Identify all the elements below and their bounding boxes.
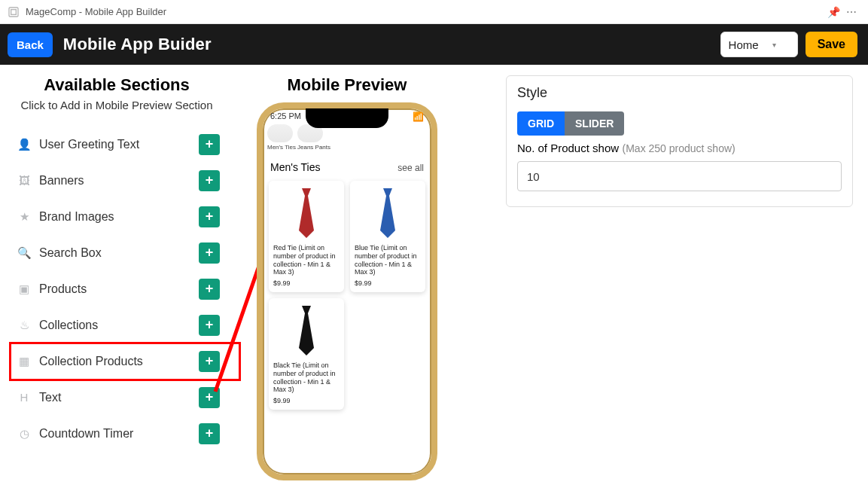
add-button[interactable]: + bbox=[199, 279, 220, 300]
section-label: Banners bbox=[35, 174, 199, 188]
section-item-search-box: 🔍 Search Box + bbox=[8, 235, 226, 271]
tab-label: Men's Ties bbox=[267, 144, 294, 151]
section-label: Countdown Timer bbox=[35, 427, 199, 441]
product-count-input[interactable] bbox=[517, 161, 842, 191]
product-grid: Red Tie (Limit on number of product in c… bbox=[263, 178, 431, 413]
field-hint: (Max 250 product show) bbox=[623, 142, 736, 154]
app-title: MageComp - Mobile App Builder bbox=[26, 6, 824, 17]
preview-tab[interactable]: Men's Ties bbox=[267, 124, 294, 151]
svg-rect-0 bbox=[9, 8, 18, 17]
save-button[interactable]: Save bbox=[806, 32, 857, 57]
section-label: User Greeting Text bbox=[35, 138, 199, 151]
available-sections-panel: Available Sections Click to Add in Mobil… bbox=[8, 75, 226, 488]
product-image bbox=[273, 303, 340, 358]
sidebar-heading: Available Sections bbox=[8, 75, 226, 95]
product-name: Red Tie (Limit on number of product in c… bbox=[273, 244, 340, 276]
add-button[interactable]: + bbox=[199, 206, 220, 227]
wifi-icon: 📶 bbox=[413, 111, 424, 122]
section-label: Text bbox=[35, 391, 199, 404]
image-icon: 🖼 bbox=[14, 174, 35, 187]
section-label: Products bbox=[35, 282, 199, 296]
tab-label: Jeans Pants bbox=[297, 144, 324, 151]
add-button[interactable]: + bbox=[199, 134, 220, 155]
section-item-collections: ♨ Collections + bbox=[8, 307, 226, 343]
add-button[interactable]: + bbox=[199, 315, 220, 336]
see-all-link[interactable]: see all bbox=[397, 163, 424, 173]
text-icon: H bbox=[14, 391, 35, 404]
add-button[interactable]: + bbox=[199, 351, 220, 372]
tab-thumb-icon bbox=[267, 124, 293, 142]
section-label: Brand Images bbox=[35, 210, 199, 224]
product-name: Black Tie (Limit on number of product in… bbox=[273, 361, 340, 394]
style-panel: Style GRID SLIDER No. of Product show (M… bbox=[506, 75, 853, 207]
star-icon: ★ bbox=[14, 210, 35, 224]
product-price: $9.99 bbox=[273, 279, 340, 288]
add-button[interactable]: + bbox=[199, 242, 220, 264]
more-icon[interactable]: ⋯ bbox=[842, 6, 860, 18]
add-button[interactable]: + bbox=[199, 387, 220, 408]
product-name: Blue Tie (Limit on number of product in … bbox=[355, 244, 421, 276]
panel-title: Style bbox=[517, 85, 842, 101]
preview-section-header: Men's Ties see all bbox=[263, 151, 431, 178]
phone-frame: 6:25 PM 📶 Men's Ties Jeans Pants Men's T… bbox=[257, 102, 437, 480]
product-image bbox=[273, 185, 340, 241]
section-item-user-greeting: 👤 User Greeting Text + bbox=[8, 127, 226, 163]
status-time: 6:25 PM bbox=[270, 111, 301, 122]
phone-notch bbox=[306, 108, 388, 128]
svg-rect-1 bbox=[11, 9, 17, 14]
page-title: Mobile App Buider bbox=[63, 35, 720, 54]
page-select[interactable]: Home ▾ bbox=[720, 32, 798, 57]
mobile-preview-panel: Mobile Preview 6:25 PM 📶 Men's Ties Jean… bbox=[230, 75, 464, 488]
section-item-collection-products: ▦ Collection Products + bbox=[8, 343, 226, 380]
app-icon bbox=[8, 6, 20, 18]
box-icon: ▣ bbox=[14, 282, 35, 296]
preview-section-title: Men's Ties bbox=[270, 161, 320, 173]
add-button[interactable]: + bbox=[199, 170, 220, 191]
product-card[interactable]: Black Tie (Limit on number of product in… bbox=[269, 298, 344, 410]
section-item-countdown: ◷ Countdown Timer + bbox=[8, 416, 226, 452]
user-icon: 👤 bbox=[14, 138, 35, 151]
section-item-text: H Text + bbox=[8, 380, 226, 416]
section-label: Collections bbox=[35, 319, 199, 332]
add-button[interactable]: + bbox=[199, 423, 220, 444]
grid-icon: ▦ bbox=[14, 355, 35, 368]
timer-icon: ◷ bbox=[14, 427, 35, 441]
app-header: Back Mobile App Buider Home ▾ Save bbox=[0, 24, 868, 65]
section-item-brand-images: ★ Brand Images + bbox=[8, 199, 226, 235]
preview-heading: Mobile Preview bbox=[230, 75, 464, 95]
section-item-banners: 🖼 Banners + bbox=[8, 163, 226, 199]
fire-icon: ♨ bbox=[14, 319, 35, 332]
section-label: Search Box bbox=[35, 246, 199, 260]
product-card[interactable]: Blue Tie (Limit on number of product in … bbox=[350, 181, 425, 292]
back-button[interactable]: Back bbox=[8, 32, 53, 57]
product-image bbox=[355, 185, 421, 241]
page-select-value: Home bbox=[729, 38, 759, 51]
browser-tab-bar: MageComp - Mobile App Builder 📌 ⋯ bbox=[0, 0, 868, 24]
section-label: Collection Products bbox=[35, 355, 199, 368]
layout-toggle: GRID SLIDER bbox=[517, 111, 624, 136]
workspace: Available Sections Click to Add in Mobil… bbox=[0, 65, 868, 488]
grid-toggle[interactable]: GRID bbox=[517, 111, 565, 136]
pin-icon[interactable]: 📌 bbox=[824, 6, 842, 18]
section-item-products: ▣ Products + bbox=[8, 271, 226, 307]
product-card[interactable]: Red Tie (Limit on number of product in c… bbox=[269, 181, 344, 292]
chevron-down-icon: ▾ bbox=[772, 41, 776, 49]
style-settings-panel: Style GRID SLIDER No. of Product show (M… bbox=[468, 75, 860, 488]
product-price: $9.99 bbox=[355, 279, 421, 288]
product-price: $9.99 bbox=[273, 397, 340, 405]
sidebar-subheading: Click to Add in Mobile Preview Section bbox=[8, 98, 226, 113]
slider-toggle[interactable]: SLIDER bbox=[565, 111, 624, 136]
preview-tab[interactable]: Jeans Pants bbox=[297, 124, 324, 151]
field-label: No. of Product show bbox=[517, 142, 619, 154]
search-icon: 🔍 bbox=[14, 246, 35, 260]
